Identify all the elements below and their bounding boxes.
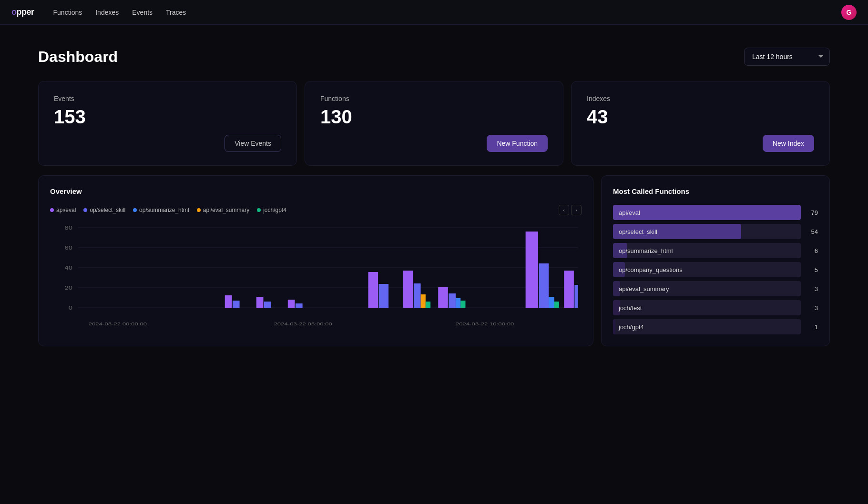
called-item: op/summarize_html 6 xyxy=(613,243,818,258)
svg-rect-32 xyxy=(554,302,559,308)
svg-rect-33 xyxy=(564,271,574,308)
indexes-card: Indexes 43 New Index xyxy=(571,81,830,166)
svg-text:60: 60 xyxy=(65,245,72,251)
called-count: 3 xyxy=(807,304,818,312)
new-function-button[interactable]: New Function xyxy=(487,135,548,152)
svg-rect-29 xyxy=(526,232,538,308)
nav-links: Functions Indexes Events Traces xyxy=(53,9,841,16)
legend-prev-button[interactable]: ‹ xyxy=(559,205,569,215)
nav-traces[interactable]: Traces xyxy=(166,9,186,16)
main-content: Dashboard Last 1 hour Last 6 hours Last … xyxy=(0,25,868,369)
events-label: Events xyxy=(54,95,281,102)
svg-text:2024-03-22 05:00:00: 2024-03-22 05:00:00 xyxy=(274,322,332,326)
svg-text:2024-03-22 00:00:00: 2024-03-22 00:00:00 xyxy=(89,322,147,326)
called-item: api/eval 79 xyxy=(613,205,818,220)
svg-text:2024-03-22 10:00:00: 2024-03-22 10:00:00 xyxy=(456,322,514,326)
svg-rect-31 xyxy=(549,297,554,308)
chart-legend: api/eval op/select_skill op/summarize_ht… xyxy=(50,205,582,215)
svg-rect-22 xyxy=(414,283,421,308)
logo[interactable]: opper xyxy=(11,7,34,17)
dashboard-header: Dashboard Last 1 hour Last 6 hours Last … xyxy=(38,48,830,66)
called-count: 1 xyxy=(807,323,818,331)
nav-indexes[interactable]: Indexes xyxy=(95,9,119,16)
indexes-label: Indexes xyxy=(587,95,814,102)
svg-rect-28 xyxy=(460,301,465,308)
svg-rect-24 xyxy=(426,302,430,308)
most-called-card: Most Called Functions api/eval 79 op/sel… xyxy=(601,175,830,346)
called-item: op/select_skill 54 xyxy=(613,224,818,239)
called-bar-label: api/eval xyxy=(619,209,640,216)
chart-svg: 80 60 40 20 0 2024-03-22 00:00:00 2024-0… xyxy=(50,223,582,333)
svg-rect-13 xyxy=(225,295,232,308)
functions-value: 130 xyxy=(320,106,548,127)
called-count: 79 xyxy=(807,209,818,216)
called-item: api/eval_summary 3 xyxy=(613,281,818,296)
svg-rect-19 xyxy=(368,272,378,308)
called-count: 6 xyxy=(807,247,818,254)
nav-functions[interactable]: Functions xyxy=(53,9,82,16)
nav-events[interactable]: Events xyxy=(132,9,153,16)
called-bar-wrap[interactable]: api/eval xyxy=(613,205,801,220)
called-bar-label: joch/test xyxy=(619,304,642,312)
functions-label: Functions xyxy=(320,95,548,102)
called-bar-wrap[interactable]: op/summarize_html xyxy=(613,243,801,258)
called-count: 54 xyxy=(807,228,818,235)
most-called-list: api/eval 79 op/select_skill 54 op/summar… xyxy=(613,205,818,334)
legend-op-select-skill: op/select_skill xyxy=(83,207,125,213)
called-bar-label: op/select_skill xyxy=(619,228,657,235)
chart-area: 80 60 40 20 0 2024-03-22 00:00:00 2024-0… xyxy=(50,223,582,333)
svg-rect-34 xyxy=(574,285,578,308)
stats-row: Events 153 View Events Functions 130 New… xyxy=(38,81,830,166)
svg-rect-25 xyxy=(438,287,448,308)
bottom-row: Overview api/eval op/select_skill op/sum… xyxy=(38,175,830,346)
called-bar-wrap[interactable]: api/eval_summary xyxy=(613,281,801,296)
events-value: 153 xyxy=(54,106,281,127)
svg-rect-27 xyxy=(456,298,460,308)
svg-rect-23 xyxy=(421,294,426,308)
svg-text:0: 0 xyxy=(69,305,72,311)
legend-navigation: ‹ › xyxy=(559,205,582,215)
svg-rect-15 xyxy=(256,297,264,308)
svg-rect-18 xyxy=(296,303,303,308)
called-bar-label: joch/gpt4 xyxy=(619,323,644,331)
indexes-value: 43 xyxy=(587,106,814,127)
new-index-button[interactable]: New Index xyxy=(763,135,814,152)
svg-rect-16 xyxy=(264,302,271,308)
called-bar-wrap[interactable]: joch/test xyxy=(613,300,801,315)
navbar: opper Functions Indexes Events Traces G xyxy=(0,0,868,25)
legend-joch-gpt4: joch/gpt4 xyxy=(257,207,286,213)
page-title: Dashboard xyxy=(38,48,118,66)
svg-text:40: 40 xyxy=(65,265,72,271)
overview-title: Overview xyxy=(50,187,582,195)
legend-op-summarize-html: op/summarize_html xyxy=(133,207,189,213)
avatar[interactable]: G xyxy=(841,5,857,20)
svg-text:20: 20 xyxy=(65,285,72,291)
called-bar-wrap[interactable]: op/select_skill xyxy=(613,224,801,239)
svg-rect-21 xyxy=(403,271,413,308)
functions-card: Functions 130 New Function xyxy=(305,81,563,166)
events-card: Events 153 View Events xyxy=(38,81,297,166)
legend-next-button[interactable]: › xyxy=(571,205,582,215)
called-count: 5 xyxy=(807,266,818,273)
svg-rect-17 xyxy=(288,300,295,308)
called-count: 3 xyxy=(807,285,818,292)
svg-rect-20 xyxy=(379,284,389,308)
legend-api-eval: api/eval xyxy=(50,207,76,213)
called-bar-label: op/company_questions xyxy=(619,266,683,273)
svg-rect-14 xyxy=(233,301,240,308)
called-item: op/company_questions 5 xyxy=(613,262,818,277)
called-bar-label: op/summarize_html xyxy=(619,247,673,254)
legend-api-eval-summary: api/eval_summary xyxy=(197,207,249,213)
time-range-select[interactable]: Last 1 hour Last 6 hours Last 12 hours L… xyxy=(744,48,830,66)
svg-rect-26 xyxy=(449,293,456,308)
view-events-button[interactable]: View Events xyxy=(225,135,281,152)
called-bar-wrap[interactable]: op/company_questions xyxy=(613,262,801,277)
svg-rect-30 xyxy=(539,263,549,308)
overview-card: Overview api/eval op/select_skill op/sum… xyxy=(38,175,593,346)
called-bar-wrap[interactable]: joch/gpt4 xyxy=(613,319,801,334)
called-bar-label: api/eval_summary xyxy=(619,285,669,292)
svg-text:80: 80 xyxy=(65,225,72,231)
called-item: joch/test 3 xyxy=(613,300,818,315)
called-item: joch/gpt4 1 xyxy=(613,319,818,334)
most-called-title: Most Called Functions xyxy=(613,187,818,195)
